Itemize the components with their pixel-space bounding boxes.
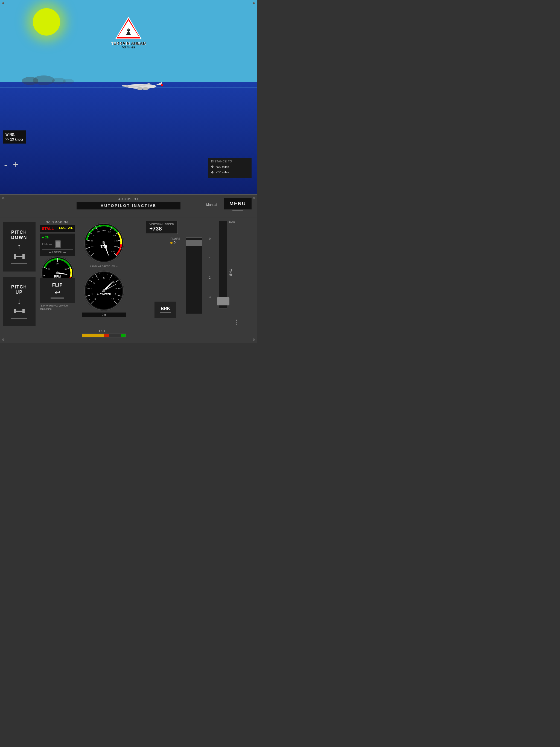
flaps-numbers: 0 1 2 3	[209, 237, 210, 299]
flaps-control: FLAPS 0	[170, 237, 180, 245]
svg-point-9	[142, 87, 149, 90]
autopilot-section: AUTOPILOT AUTOPILOT INACTIVE	[22, 198, 235, 209]
throttle-control[interactable]: 100% THR IDLE	[216, 221, 230, 325]
screw	[253, 338, 255, 341]
fuel-bar-yellow	[82, 334, 104, 337]
pitch-up-label: PITCHUP	[11, 284, 27, 295]
flip-bar	[51, 298, 64, 299]
throttle-pct-label: 100%	[229, 221, 235, 224]
pitch-down-bar	[11, 263, 27, 264]
vertical-speed-display: VERTICAL SPEED +738	[146, 221, 178, 234]
wind-info: WIND: >> 13 knots	[3, 130, 26, 144]
menu-indicator	[232, 210, 244, 211]
zoom-in-button[interactable]: +	[13, 160, 19, 170]
fuel-bar-green	[121, 334, 126, 337]
terrain-sub: >3 miles	[111, 45, 146, 49]
screw	[2, 197, 4, 199]
flaps-dot	[170, 242, 173, 244]
svg-rect-14	[22, 254, 25, 259]
pitch-up-arrow: ↓	[17, 297, 21, 306]
pitch-down-button[interactable]: PITCHDOWN ↑	[3, 222, 35, 272]
wind-label: WIND:	[5, 132, 24, 137]
distance-info: DISTANCE TO ✈ <70 miles ✈ <30 miles	[208, 158, 252, 178]
pitch-up-bar	[11, 318, 27, 319]
svg-rect-12	[16, 256, 22, 257]
manual-label: Manual →	[206, 203, 221, 207]
distance-value-1: <70 miles	[216, 165, 229, 169]
plane-icon-1: ✈	[211, 164, 214, 169]
altimeter-gauge	[82, 269, 126, 312]
pitch-down-label: PITCHDOWN	[11, 230, 27, 240]
distance-row-2: ✈ <30 miles	[211, 170, 248, 175]
distance-value-2: <30 miles	[216, 171, 229, 174]
aircraft-svg	[120, 79, 163, 93]
on-label: ● ON	[42, 236, 73, 239]
sun	[33, 8, 60, 35]
flip-icon: ↩	[55, 289, 60, 297]
stall-eng-bar: STALL ENG FAIL	[40, 225, 75, 232]
svg-rect-17	[22, 309, 25, 313]
svg-marker-7	[155, 82, 162, 85]
pitch-up-button[interactable]: PITCHUP ↓	[3, 277, 35, 326]
off-label: OFF —	[42, 242, 52, 246]
landing-speed-label: LANDING SPEED: 60kts	[82, 265, 126, 268]
screw	[253, 2, 255, 4]
svg-rect-15	[16, 311, 22, 312]
brk-label: BRK	[161, 306, 170, 311]
screw	[2, 338, 4, 341]
vspeed-value: +738	[149, 226, 174, 232]
fuel-bar	[82, 334, 126, 337]
eng-fail-label: ENG FAIL	[59, 226, 73, 229]
terrain-label: TERRAIN AHEAD	[111, 41, 146, 45]
plane-icon-2: ✈	[211, 170, 214, 175]
fuel-display: FUEL	[82, 329, 126, 337]
svg-point-10	[161, 84, 163, 86]
terrain-warning: ▲ ⛰ TERRAIN AHEAD >3 miles	[111, 17, 146, 49]
stall-label: STALL	[42, 226, 54, 231]
fuel-title: FUEL	[82, 329, 126, 333]
pitch-down-icon	[14, 253, 25, 260]
vspeed-title: VERTICAL SPEED	[149, 223, 174, 226]
brk-bar	[160, 312, 171, 313]
svg-rect-16	[14, 309, 16, 313]
engine-panel: NO SMOKING STALL ENG FAIL ● ON OFF — — E…	[40, 221, 75, 258]
flaps-value: 0	[174, 241, 176, 245]
engine-switch: ● ON OFF — — ENGINE —	[40, 233, 75, 256]
engine-smoke	[19, 75, 74, 86]
terrain-warning-icon: ▲ ⛰	[115, 17, 142, 40]
menu-area: Manual → MENU	[206, 198, 252, 211]
aircraft	[120, 79, 163, 94]
svg-rect-13	[14, 254, 16, 259]
flip-warning: FLIP WARNING: Very fuel consuming	[40, 304, 75, 311]
no-smoking-label: NO SMOKING	[40, 221, 75, 224]
brake-button[interactable]: BRK	[154, 302, 176, 318]
pitch-down-arrow: ↑	[17, 242, 21, 251]
zoom-controls: - +	[4, 160, 19, 170]
fuel-bar-red	[104, 334, 109, 337]
svg-point-11	[126, 85, 129, 87]
zoom-out-button[interactable]: -	[4, 160, 7, 170]
engine-label: — ENGINE —	[42, 249, 73, 254]
screw	[253, 197, 255, 199]
flight-viewport: ▲ ⛰ TERRAIN AHEAD >3 miles	[0, 0, 257, 194]
flaps-title: FLAPS	[170, 237, 180, 240]
wind-value: >> 13 knots	[5, 137, 24, 142]
panel-divider	[0, 217, 257, 217]
svg-text:⛰: ⛰	[127, 27, 130, 31]
tas-gauge	[82, 221, 126, 265]
flip-button[interactable]: FLIP ↩	[40, 278, 75, 303]
pitch-up-icon	[14, 308, 25, 314]
idle-label: IDLE	[235, 319, 238, 325]
autopilot-title: AUTOPILOT	[116, 198, 141, 201]
altitude-value: 0 ft	[82, 312, 126, 317]
flaps-track[interactable]	[186, 237, 202, 314]
screw	[2, 2, 4, 4]
menu-button[interactable]: MENU	[224, 198, 252, 209]
distance-title: DISTANCE TO	[211, 160, 248, 163]
autopilot-status: AUTOPILOT INACTIVE	[77, 202, 180, 209]
throttle-track[interactable]	[219, 221, 227, 308]
instrument-panel: AUTOPILOT AUTOPILOT INACTIVE Manual → ME…	[0, 194, 257, 343]
distance-row-1: ✈ <70 miles	[211, 164, 248, 169]
throttle-handle[interactable]	[217, 297, 229, 305]
flip-label: FLIP	[52, 283, 63, 288]
